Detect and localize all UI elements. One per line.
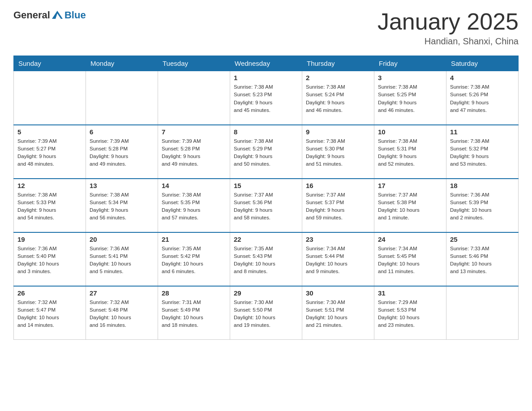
- day-number: 7: [162, 128, 226, 136]
- location-subtitle: Handian, Shanxi, China: [378, 36, 519, 47]
- calendar-cell: 16Sunrise: 7:37 AM Sunset: 5:37 PM Dayli…: [302, 179, 374, 232]
- month-year-title: January 2025: [378, 9, 519, 34]
- calendar-cell: 8Sunrise: 7:38 AM Sunset: 5:29 PM Daylig…: [230, 125, 302, 179]
- day-info: Sunrise: 7:31 AM Sunset: 5:49 PM Dayligh…: [162, 299, 226, 330]
- title-block: January 2025 Handian, Shanxi, China: [378, 9, 519, 47]
- calendar-cell: 1Sunrise: 7:38 AM Sunset: 5:23 PM Daylig…: [230, 71, 302, 125]
- day-info: Sunrise: 7:36 AM Sunset: 5:39 PM Dayligh…: [450, 191, 515, 222]
- weekday-header-sunday: Sunday: [14, 56, 86, 71]
- day-info: Sunrise: 7:30 AM Sunset: 5:50 PM Dayligh…: [234, 299, 298, 330]
- day-info: Sunrise: 7:36 AM Sunset: 5:40 PM Dayligh…: [17, 245, 82, 276]
- day-info: Sunrise: 7:32 AM Sunset: 5:47 PM Dayligh…: [17, 299, 82, 330]
- calendar-cell: 20Sunrise: 7:36 AM Sunset: 5:41 PM Dayli…: [86, 232, 158, 286]
- day-info: Sunrise: 7:38 AM Sunset: 5:25 PM Dayligh…: [378, 83, 442, 114]
- day-number: 11: [450, 128, 515, 136]
- calendar-cell: 26Sunrise: 7:32 AM Sunset: 5:47 PM Dayli…: [14, 286, 86, 340]
- page-header: General Blue January 2025 Handian, Shanx…: [13, 9, 519, 47]
- day-number: 23: [306, 235, 370, 243]
- day-number: 25: [450, 235, 515, 243]
- day-number: 28: [162, 289, 226, 297]
- calendar-cell: [446, 286, 519, 340]
- day-number: 1: [234, 74, 298, 81]
- day-number: 17: [378, 182, 442, 189]
- calendar-cell: 17Sunrise: 7:37 AM Sunset: 5:38 PM Dayli…: [374, 179, 446, 232]
- calendar-cell: 24Sunrise: 7:34 AM Sunset: 5:45 PM Dayli…: [374, 232, 446, 286]
- day-info: Sunrise: 7:38 AM Sunset: 5:30 PM Dayligh…: [306, 137, 370, 168]
- day-number: 19: [17, 235, 82, 243]
- calendar-cell: 21Sunrise: 7:35 AM Sunset: 5:42 PM Dayli…: [158, 232, 230, 286]
- calendar-cell: [158, 71, 230, 125]
- weekday-header-friday: Friday: [374, 56, 446, 71]
- day-info: Sunrise: 7:30 AM Sunset: 5:51 PM Dayligh…: [306, 299, 370, 330]
- weekday-header-row: SundayMondayTuesdayWednesdayThursdayFrid…: [14, 56, 519, 71]
- logo-blue-text: Blue: [64, 9, 86, 21]
- calendar-cell: 4Sunrise: 7:38 AM Sunset: 5:26 PM Daylig…: [446, 71, 519, 125]
- day-number: 21: [162, 235, 226, 243]
- day-info: Sunrise: 7:38 AM Sunset: 5:33 PM Dayligh…: [17, 191, 82, 222]
- calendar-cell: 10Sunrise: 7:38 AM Sunset: 5:31 PM Dayli…: [374, 125, 446, 179]
- day-info: Sunrise: 7:38 AM Sunset: 5:29 PM Dayligh…: [234, 137, 298, 168]
- day-number: 3: [378, 74, 442, 81]
- weekday-header-monday: Monday: [86, 56, 158, 71]
- day-info: Sunrise: 7:37 AM Sunset: 5:38 PM Dayligh…: [378, 191, 442, 222]
- day-info: Sunrise: 7:39 AM Sunset: 5:28 PM Dayligh…: [90, 137, 154, 168]
- calendar-cell: 19Sunrise: 7:36 AM Sunset: 5:40 PM Dayli…: [14, 232, 86, 286]
- day-number: 13: [90, 182, 154, 189]
- calendar-week-row: 19Sunrise: 7:36 AM Sunset: 5:40 PM Dayli…: [14, 232, 519, 286]
- day-info: Sunrise: 7:33 AM Sunset: 5:46 PM Dayligh…: [450, 245, 515, 276]
- day-number: 16: [306, 182, 370, 189]
- calendar-week-row: 26Sunrise: 7:32 AM Sunset: 5:47 PM Dayli…: [14, 286, 519, 340]
- day-info: Sunrise: 7:39 AM Sunset: 5:27 PM Dayligh…: [17, 137, 82, 168]
- logo-icon: [51, 9, 64, 21]
- day-number: 8: [234, 128, 298, 136]
- day-info: Sunrise: 7:35 AM Sunset: 5:42 PM Dayligh…: [162, 245, 226, 276]
- calendar-cell: 7Sunrise: 7:39 AM Sunset: 5:28 PM Daylig…: [158, 125, 230, 179]
- calendar-cell: 29Sunrise: 7:30 AM Sunset: 5:50 PM Dayli…: [230, 286, 302, 340]
- day-info: Sunrise: 7:38 AM Sunset: 5:35 PM Dayligh…: [162, 191, 226, 222]
- calendar-cell: 15Sunrise: 7:37 AM Sunset: 5:36 PM Dayli…: [230, 179, 302, 232]
- day-number: 27: [90, 289, 154, 297]
- day-info: Sunrise: 7:39 AM Sunset: 5:28 PM Dayligh…: [162, 137, 226, 168]
- day-info: Sunrise: 7:37 AM Sunset: 5:36 PM Dayligh…: [234, 191, 298, 222]
- calendar-cell: [86, 71, 158, 125]
- calendar-cell: 9Sunrise: 7:38 AM Sunset: 5:30 PM Daylig…: [302, 125, 374, 179]
- day-number: 4: [450, 74, 515, 81]
- day-number: 15: [234, 182, 298, 189]
- weekday-header-wednesday: Wednesday: [230, 56, 302, 71]
- day-number: 9: [306, 128, 370, 136]
- weekday-header-saturday: Saturday: [446, 56, 519, 71]
- day-number: 29: [234, 289, 298, 297]
- day-info: Sunrise: 7:38 AM Sunset: 5:31 PM Dayligh…: [378, 137, 442, 168]
- calendar-cell: 23Sunrise: 7:34 AM Sunset: 5:44 PM Dayli…: [302, 232, 374, 286]
- calendar-week-row: 12Sunrise: 7:38 AM Sunset: 5:33 PM Dayli…: [14, 179, 519, 232]
- calendar-cell: 5Sunrise: 7:39 AM Sunset: 5:27 PM Daylig…: [14, 125, 86, 179]
- day-number: 5: [17, 128, 82, 136]
- day-info: Sunrise: 7:29 AM Sunset: 5:53 PM Dayligh…: [378, 299, 442, 330]
- calendar-cell: 27Sunrise: 7:32 AM Sunset: 5:48 PM Dayli…: [86, 286, 158, 340]
- calendar-cell: [14, 71, 86, 125]
- calendar-cell: 3Sunrise: 7:38 AM Sunset: 5:25 PM Daylig…: [374, 71, 446, 125]
- day-info: Sunrise: 7:37 AM Sunset: 5:37 PM Dayligh…: [306, 191, 370, 222]
- calendar-cell: 18Sunrise: 7:36 AM Sunset: 5:39 PM Dayli…: [446, 179, 519, 232]
- day-number: 20: [90, 235, 154, 243]
- day-number: 26: [17, 289, 82, 297]
- day-number: 22: [234, 235, 298, 243]
- day-info: Sunrise: 7:34 AM Sunset: 5:45 PM Dayligh…: [378, 245, 442, 276]
- calendar-week-row: 1Sunrise: 7:38 AM Sunset: 5:23 PM Daylig…: [14, 71, 519, 125]
- day-info: Sunrise: 7:38 AM Sunset: 5:26 PM Dayligh…: [450, 83, 515, 114]
- day-info: Sunrise: 7:34 AM Sunset: 5:44 PM Dayligh…: [306, 245, 370, 276]
- day-number: 31: [378, 289, 442, 297]
- day-info: Sunrise: 7:32 AM Sunset: 5:48 PM Dayligh…: [90, 299, 154, 330]
- calendar-cell: 28Sunrise: 7:31 AM Sunset: 5:49 PM Dayli…: [158, 286, 230, 340]
- calendar-cell: 6Sunrise: 7:39 AM Sunset: 5:28 PM Daylig…: [86, 125, 158, 179]
- day-info: Sunrise: 7:35 AM Sunset: 5:43 PM Dayligh…: [234, 245, 298, 276]
- day-number: 10: [378, 128, 442, 136]
- day-number: 18: [450, 182, 515, 189]
- day-number: 2: [306, 74, 370, 81]
- logo-general-text: General: [13, 9, 50, 21]
- logo: General Blue: [13, 9, 86, 21]
- calendar-cell: 12Sunrise: 7:38 AM Sunset: 5:33 PM Dayli…: [14, 179, 86, 232]
- weekday-header-tuesday: Tuesday: [158, 56, 230, 71]
- calendar-cell: 30Sunrise: 7:30 AM Sunset: 5:51 PM Dayli…: [302, 286, 374, 340]
- calendar-cell: 25Sunrise: 7:33 AM Sunset: 5:46 PM Dayli…: [446, 232, 519, 286]
